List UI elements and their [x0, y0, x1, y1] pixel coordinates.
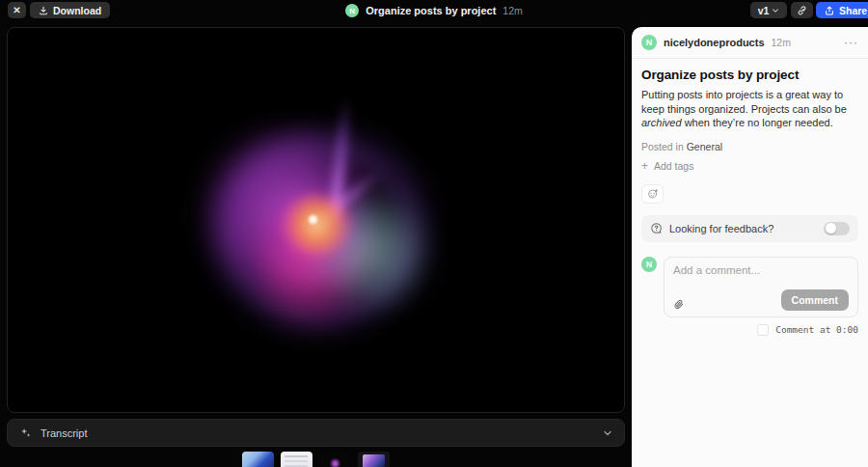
plus-icon: +	[641, 160, 648, 172]
post-menu-button[interactable]: ···	[844, 37, 858, 48]
comment-at-row: Comment at 0:00	[641, 324, 858, 336]
author-avatar: N	[641, 35, 657, 50]
description-italic-word: archived	[641, 117, 682, 128]
description-text: Putting posts into projects is a great w…	[641, 89, 847, 115]
filmstrip-thumbnail-4[interactable]	[358, 452, 390, 467]
video-frame-art	[281, 194, 352, 256]
share-icon	[825, 6, 834, 15]
sidebar: N nicelydoneproducts 12m ··· Organize po…	[632, 27, 868, 467]
version-dropdown[interactable]: v1	[750, 2, 787, 18]
sidebar-body: Organize posts by project Putting posts …	[632, 59, 868, 336]
filmstrip	[0, 452, 632, 467]
transcript-expand-chevron[interactable]	[603, 428, 612, 438]
transcript-label: Transcript	[41, 427, 88, 439]
composer-actions: Comment	[673, 289, 849, 311]
feedback-card: Looking for feedback?	[641, 215, 858, 242]
description-text: when they’re no longer needed.	[682, 117, 833, 128]
download-label: Download	[53, 5, 101, 16]
comment-submit-button[interactable]: Comment	[781, 289, 849, 311]
video-title: Organize posts by project	[366, 5, 496, 16]
video-avatar: N	[345, 4, 359, 17]
toggle-knob	[826, 223, 836, 234]
chevron-down-icon	[772, 7, 779, 14]
add-reaction-button[interactable]	[641, 184, 664, 204]
add-tags-button[interactable]: + Add tags	[641, 158, 693, 174]
filmstrip-thumbnail-2[interactable]	[281, 452, 312, 467]
comment-placeholder: Add a comment...	[673, 264, 849, 276]
attach-file-button[interactable]	[673, 299, 685, 311]
feedback-label: Looking for feedback?	[669, 223, 773, 234]
copy-link-button[interactable]	[791, 2, 813, 18]
feedback-toggle[interactable]	[824, 222, 850, 235]
comment-at-label: Comment at 0:00	[775, 324, 858, 335]
composer-avatar: N	[641, 257, 657, 272]
comment-composer: N Add a comment... Comment	[641, 257, 858, 317]
sidebar-header: N nicelydoneproducts 12m ···	[632, 27, 868, 59]
share-button[interactable]: Share	[816, 2, 868, 18]
topbar-title-group: N Organize posts by project 12m	[0, 0, 868, 21]
link-icon	[797, 5, 807, 15]
video-frame-art	[309, 215, 317, 224]
topbar: ✕ Download N Organize posts by project 1…	[0, 0, 868, 27]
comment-at-checkbox[interactable]	[757, 324, 769, 336]
question-bubble-icon	[650, 222, 663, 234]
posted-in: Posted in General	[641, 141, 858, 152]
video-duration: 12m	[502, 5, 522, 16]
add-tags-label: Add tags	[654, 160, 693, 172]
post-time: 12m	[772, 37, 791, 48]
download-icon	[39, 6, 48, 15]
app-window: ✕ Download N Organize posts by project 1…	[0, 0, 868, 467]
posted-in-label: Posted in	[641, 141, 687, 152]
filmstrip-thumbnail-3[interactable]	[319, 452, 351, 467]
filmstrip-thumbnail-1[interactable]	[242, 452, 274, 467]
close-button[interactable]: ✕	[8, 2, 26, 18]
smiley-plus-icon	[647, 188, 659, 200]
comment-input[interactable]: Add a comment... Comment	[664, 257, 858, 317]
author-name: nicelydoneproducts	[664, 37, 765, 48]
sparkle-icon	[19, 426, 32, 439]
video-player[interactable]	[7, 27, 625, 413]
post-title: Organize posts by project	[641, 68, 858, 82]
post-description: Putting posts into projects is a great w…	[641, 88, 858, 130]
version-label: v1	[758, 5, 770, 16]
chevron-down-icon	[603, 428, 612, 438]
share-label: Share	[839, 5, 867, 16]
transcript-bar[interactable]: Transcript	[7, 419, 625, 447]
download-button[interactable]: Download	[30, 2, 110, 18]
posted-in-channel[interactable]: General	[687, 141, 722, 152]
paperclip-icon	[673, 299, 685, 311]
